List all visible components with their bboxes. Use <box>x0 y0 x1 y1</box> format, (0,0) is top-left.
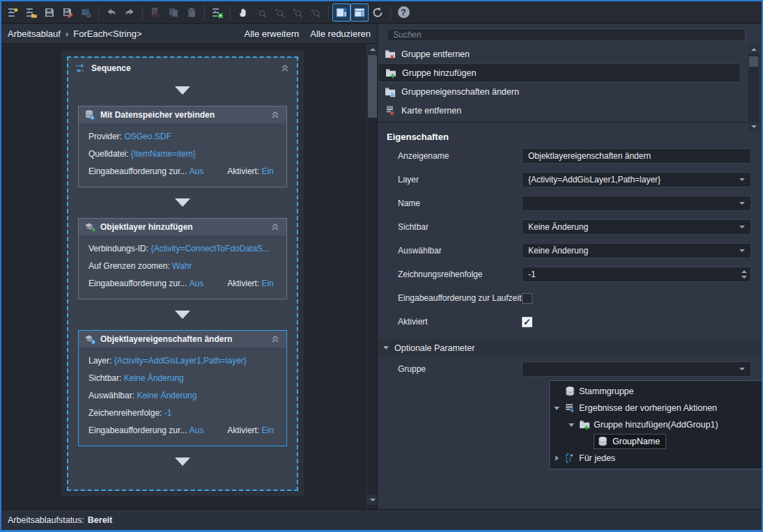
layer-label: Layer <box>398 175 522 185</box>
new-workflow-button[interactable] <box>4 3 22 22</box>
scrollbar-thumb[interactable] <box>749 56 758 67</box>
action-item-label: Gruppeneigenschaften ändern <box>401 87 519 97</box>
run-button[interactable] <box>208 3 226 22</box>
chevron-down-icon <box>739 226 745 228</box>
tree-item-gruppe-hinzufuegen[interactable]: Gruppe hinzufügen(AddGroup1) <box>550 416 763 433</box>
breadcrumb-root[interactable]: Arbeitsablauf <box>8 29 61 39</box>
layout-design-toggle[interactable] <box>332 3 350 22</box>
expand-all-button[interactable]: Alle erweitern <box>245 29 300 39</box>
database-icon <box>564 386 576 397</box>
prop-label: Quelldatei: <box>88 149 128 159</box>
save-button[interactable] <box>40 3 59 22</box>
prompt-label: Eingabeaufforderung zur... <box>88 422 187 439</box>
sichtbar-dropdown[interactable]: Keine Änderung <box>522 219 751 235</box>
refresh-button[interactable] <box>369 3 387 22</box>
action-item-label: Gruppe hinzufügen <box>402 68 476 78</box>
zoom-out-button[interactable]: - <box>252 3 270 22</box>
breadcrumb-current[interactable]: ForEach<String> <box>73 29 141 39</box>
activity-change-layer-properties[interactable]: Objektlayereigenschaften ändern Layer: {… <box>78 330 287 446</box>
enabled-value: Ein <box>262 166 274 176</box>
save-as-button[interactable] <box>59 3 77 22</box>
designer-column: Arbeitsablauf › ForEach<String> Alle erw… <box>1 24 377 509</box>
auswaehlbar-dropdown[interactable]: Keine Änderung <box>522 243 751 258</box>
help-button[interactable]: ? <box>394 3 413 22</box>
collapse-all-button[interactable]: Alle reduzieren <box>310 29 371 39</box>
layout-design-icon <box>336 7 347 18</box>
zoom-in-icon: + <box>274 7 285 18</box>
tree-item-ergebnisse[interactable]: Ergebnisse der vorherigen Aktionen <box>550 400 763 416</box>
spinner-up-icon[interactable] <box>741 270 747 273</box>
action-item-gruppe-entfernen[interactable]: Gruppe entfernen <box>378 45 741 63</box>
action-item-karte-entfernen[interactable]: Karte entfernen <box>378 101 741 120</box>
pan-button[interactable] <box>234 3 252 22</box>
action-item-gruppe-hinzufuegen[interactable]: Gruppe hinzufügen <box>378 63 741 82</box>
scrollbar-thumb[interactable] <box>368 55 377 118</box>
triangle-up-icon <box>370 48 376 51</box>
eingabeaufforderung-checkbox[interactable] <box>522 293 532 304</box>
zoom-in-button[interactable]: + <box>270 3 288 22</box>
activity-connect-datastore[interactable]: Mit Datenspeicher verbinden Provider: OS… <box>78 106 287 187</box>
activity-title: Objektlayer hinzufügen <box>100 222 265 232</box>
collapse-chevron-icon[interactable] <box>270 221 281 233</box>
tree-item-fuer-jedes[interactable]: Für jedes <box>550 450 763 467</box>
enabled-value: Ein <box>262 279 274 288</box>
scroll-up-button[interactable] <box>367 44 377 54</box>
collapsed-icon[interactable] <box>555 455 559 461</box>
flow-connector-arrow <box>175 86 190 95</box>
scroll-down-button[interactable] <box>748 121 759 132</box>
scroll-down-button[interactable] <box>367 494 377 505</box>
tree-item-groupname[interactable]: GroupName <box>550 433 763 450</box>
undo-button[interactable] <box>102 3 121 22</box>
prompt-value: Aus <box>190 275 204 292</box>
collapse-chevron-icon[interactable] <box>270 109 281 120</box>
collapse-chevron-icon[interactable] <box>279 63 291 74</box>
gruppe-dropdown[interactable] <box>522 361 751 377</box>
toolbar: - + × ± ? <box>1 1 762 24</box>
sequence-activity[interactable]: Sequence Mit Datenspeicher verbinden <box>67 56 298 491</box>
anzeigename-input[interactable] <box>522 148 751 164</box>
open-workflow-button[interactable] <box>22 3 40 22</box>
zoom-window-button[interactable]: × <box>288 3 307 22</box>
toolbar-separator <box>98 6 99 19</box>
prop-value: OSGeo.SDF <box>124 132 171 141</box>
search-input[interactable] <box>387 29 746 41</box>
aktiviert-checkbox[interactable] <box>522 317 532 327</box>
aktiviert-label: Aktiviert <box>398 317 522 327</box>
export-image-button[interactable] <box>77 3 95 22</box>
action-item-gruppeneigenschaften-aendern[interactable]: Gruppeneigenschaften ändern <box>378 82 741 101</box>
optional-parameters-section[interactable]: Optionale Parameter <box>378 340 762 355</box>
layout-split-toggle[interactable] <box>350 3 369 22</box>
spinner-down-icon[interactable] <box>741 276 747 279</box>
zoom-extents-button[interactable]: ± <box>307 3 325 22</box>
collapse-chevron-icon[interactable] <box>270 334 281 345</box>
name-dropdown[interactable] <box>522 196 751 211</box>
tree-item-stammgruppe[interactable]: Stammgruppe <box>550 383 763 400</box>
copy-button[interactable] <box>164 3 183 22</box>
triangle-up-icon <box>751 48 757 51</box>
canvas-vertical-scrollbar[interactable] <box>367 44 377 509</box>
paste-button[interactable] <box>183 3 201 22</box>
activity-add-layer[interactable]: Objektlayer hinzufügen Verbindungs-ID: {… <box>78 218 287 299</box>
layer-dropdown[interactable]: {Activity=AddGisLayer1,Path=layer} <box>522 172 751 187</box>
expanded-icon[interactable] <box>554 407 560 410</box>
action-list-scrollbar[interactable] <box>748 44 759 132</box>
anzeigename-label: Anzeigename <box>398 151 522 161</box>
triangle-down-icon <box>370 499 376 501</box>
tree-item-label: GroupName <box>612 437 660 446</box>
expanded-icon[interactable] <box>569 423 574 427</box>
prompt-value: Aus <box>190 422 204 439</box>
prop-label: Zeichenreihenfolge: <box>88 408 162 418</box>
scroll-up-button[interactable] <box>748 44 759 54</box>
chevron-down-icon <box>739 249 745 252</box>
cut-button[interactable] <box>146 3 164 22</box>
layout-split-icon <box>354 7 365 18</box>
workflow-canvas[interactable]: Sequence Mit Datenspeicher verbinden <box>1 43 377 509</box>
layer-add-icon <box>84 221 95 233</box>
selected-tree-item[interactable]: GroupName <box>594 434 666 449</box>
zeichnungsreihenfolge-spinner[interactable]: -1 <box>522 267 751 282</box>
paste-icon <box>186 7 197 18</box>
flow-connector-arrow <box>175 198 190 207</box>
redo-button[interactable] <box>121 3 139 22</box>
toolbar-separator <box>230 6 231 19</box>
folder-add-icon <box>579 419 590 430</box>
